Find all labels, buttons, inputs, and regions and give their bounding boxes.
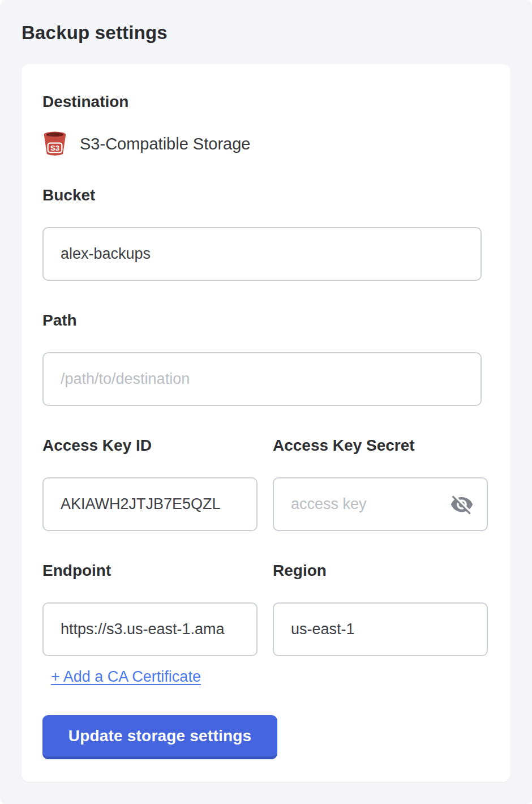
access-key-id-label: Access Key ID: [42, 437, 258, 455]
update-storage-settings-button[interactable]: Update storage settings: [42, 715, 277, 759]
path-input[interactable]: [42, 352, 482, 406]
bucket-input[interactable]: [42, 227, 482, 281]
region-input[interactable]: [273, 602, 488, 656]
destination-provider-row: S3 S3-Compatible Storage: [42, 129, 488, 159]
access-key-secret-input-wrap: [273, 477, 488, 531]
access-key-row: Access Key ID Access Key Secret: [42, 437, 488, 531]
access-key-id-field: Access Key ID: [42, 437, 258, 531]
access-key-secret-label: Access Key Secret: [273, 437, 488, 455]
s3-bucket-icon: S3: [42, 130, 67, 157]
endpoint-input[interactable]: [42, 602, 258, 656]
path-label: Path: [42, 311, 488, 330]
destination-provider-name: S3-Compatible Storage: [80, 135, 250, 153]
toggle-secret-visibility-button[interactable]: [449, 492, 474, 517]
endpoint-field: Endpoint: [42, 562, 258, 656]
path-field: Path: [42, 311, 488, 406]
svg-text:S3: S3: [50, 144, 59, 152]
bucket-label: Bucket: [42, 186, 488, 204]
eye-off-icon: [450, 493, 474, 516]
endpoint-region-row: Endpoint Region: [42, 562, 488, 656]
region-field: Region: [273, 562, 488, 656]
bucket-field: Bucket: [42, 186, 488, 281]
region-label: Region: [273, 562, 488, 580]
page-title: Backup settings: [22, 20, 510, 45]
backup-settings-card: Destination S3 S3-Compatible Storage Buc…: [22, 64, 510, 782]
endpoint-label: Endpoint: [42, 562, 258, 580]
access-key-id-input[interactable]: [42, 477, 258, 531]
destination-heading: Destination: [42, 92, 488, 112]
backup-settings-page: Backup settings Destination S3 S3-Compat…: [0, 0, 532, 804]
add-ca-certificate-link[interactable]: + Add a CA Certificate: [51, 668, 201, 686]
access-key-secret-field: Access Key Secret: [273, 437, 488, 531]
